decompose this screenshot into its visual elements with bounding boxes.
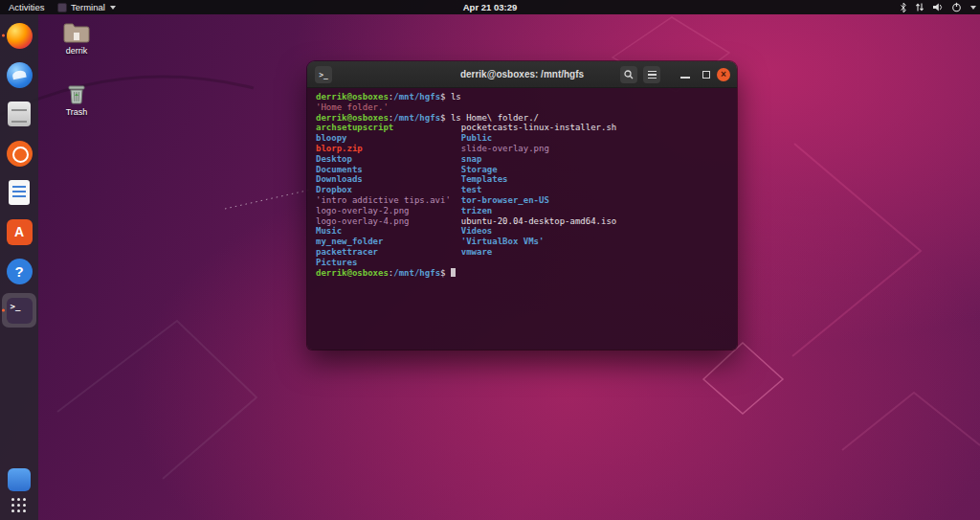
terminal-text: tor-browser_en-US (461, 195, 549, 205)
dock-item-thunderbird[interactable] (2, 57, 36, 92)
minimize-button[interactable] (680, 77, 690, 79)
terminal-text: $ (440, 268, 451, 278)
terminal-text: pocketcasts-linux-installer.sh (461, 123, 617, 132)
hamburger-icon (648, 71, 657, 72)
terminal-text: $ (440, 92, 451, 102)
grid-icon (11, 498, 27, 513)
terminal-text: snap (461, 154, 482, 164)
terminal-app-mini-icon (57, 3, 67, 12)
top-bar: Activities Terminal Apr 21 03:29 (0, 0, 980, 14)
terminal-line: derrik@osboxes:/mnt/hgfs$ ls Home\ folde… (316, 113, 737, 124)
power-icon (951, 2, 962, 12)
thunderbird-icon (7, 62, 33, 88)
terminal-text: Storage (461, 165, 498, 174)
terminal-cursor (451, 268, 456, 277)
folder-icon (48, 21, 105, 44)
app-menu[interactable]: Terminal (57, 0, 116, 14)
desktop-icon-trash[interactable]: Trash (48, 82, 105, 117)
terminal-tab-icon: >_ (319, 71, 328, 79)
show-applications-button[interactable] (2, 495, 36, 516)
terminal-text: /mnt/hgfs (393, 92, 440, 102)
system-tray[interactable] (900, 0, 976, 14)
terminal-line: Music Videos (316, 226, 737, 237)
ubuntu-software-icon: A (7, 219, 33, 245)
dock-item-firefox[interactable] (2, 18, 36, 53)
terminal-line: archsetupscript pocketcasts-linux-instal… (316, 123, 737, 133)
trash-icon (48, 82, 105, 105)
terminal-text: logo-overlay-4.png (316, 216, 461, 226)
terminal-line: bloopy Public (316, 133, 737, 144)
search-button[interactable] (620, 66, 637, 83)
window-title: derrik@osboxes: /mnt/hgfs (307, 61, 737, 88)
terminal-text: Music (316, 226, 461, 236)
terminal-text: Pictures (316, 258, 357, 267)
terminal-line: derrik@osboxes:/mnt/hgfs$ (316, 268, 737, 279)
dock-item-help[interactable]: ? (2, 254, 36, 288)
help-mark: ? (14, 263, 23, 280)
network-icon (915, 2, 924, 12)
terminal-text: my_new_folder (316, 237, 461, 246)
terminal-glyph: >_ (7, 298, 21, 311)
volume-icon (932, 2, 944, 12)
terminal-text: Downloads (316, 174, 461, 184)
running-indicator (2, 309, 5, 312)
dock-item-ubuntu-software[interactable]: A (2, 215, 36, 249)
desktop: Activities Terminal Apr 21 03:29 (0, 0, 980, 520)
activities-button[interactable]: Activities (0, 0, 53, 14)
terminal-line: packettracer vmware (316, 247, 737, 258)
terminal-text: test (461, 185, 482, 194)
terminal-text: /mnt/hgfs (393, 268, 440, 278)
files-icon (8, 102, 31, 126)
terminal-icon: >_ (7, 298, 33, 324)
clock[interactable]: Apr 21 03:29 (463, 0, 518, 14)
terminal-text: Public (461, 133, 493, 143)
terminal-line: blorp.zip slide-overlay.png (316, 144, 737, 154)
terminal-text: archsetupscript (316, 123, 461, 132)
terminal-line: derrik@osboxes:/mnt/hgfs$ ls (316, 92, 737, 102)
terminal-text: 'Home folder.' (316, 102, 389, 112)
terminal-text: $ (440, 113, 451, 123)
terminal-text: Videos (461, 226, 493, 236)
dock: A ? >_ (0, 14, 38, 520)
chevron-down-icon (970, 6, 976, 10)
terminal-line: Dropbox test (316, 185, 737, 195)
terminal-line: my_new_folder 'VirtualBox VMs' (316, 237, 737, 247)
app-menu-label: Terminal (71, 2, 105, 12)
menu-button[interactable] (643, 66, 660, 83)
help-icon: ? (7, 259, 33, 284)
desktop-icon-home-folder[interactable]: derrik (48, 21, 105, 56)
terminal-text: blorp.zip (316, 144, 461, 153)
terminal-text: derrik@osboxes (316, 92, 389, 102)
terminal-text: logo-overlay-2.png (316, 206, 461, 215)
terminal-line: Pictures (316, 258, 737, 268)
desktop-icon-label: Trash (48, 107, 105, 117)
libreoffice-writer-icon (9, 180, 30, 205)
maximize-button[interactable] (702, 71, 710, 79)
rhythmbox-icon (7, 141, 33, 167)
dock-item-files[interactable] (2, 97, 36, 131)
dock-item-blue-app[interactable] (2, 466, 36, 493)
dock-item-libreoffice-writer[interactable] (2, 175, 36, 210)
terminal-line: 'Home folder.' (316, 102, 737, 113)
bluetooth-icon (900, 2, 907, 13)
dock-item-terminal[interactable]: >_ (2, 293, 36, 328)
terminal-text: ls (451, 92, 461, 102)
terminal-text: packettracer (316, 247, 461, 257)
dock-item-rhythmbox[interactable] (2, 136, 36, 170)
close-button[interactable]: × (717, 68, 730, 81)
terminal-text: Dropbox (316, 185, 461, 194)
terminal-output[interactable]: derrik@osboxes:/mnt/hgfs$ ls'Home folder… (307, 88, 737, 350)
terminal-titlebar[interactable]: derrik@osboxes: /mnt/hgfs >_ × (307, 61, 737, 88)
terminal-text: bloopy (316, 133, 461, 143)
terminal-text: derrik@osboxes (316, 268, 389, 278)
terminal-line: Desktop snap (316, 154, 737, 165)
terminal-line: Downloads Templates (316, 174, 737, 185)
terminal-text: Templates (461, 174, 508, 184)
terminal-text: 'VirtualBox VMs' (461, 237, 545, 246)
terminal-text: /mnt/hgfs (393, 113, 440, 123)
blue-app-icon (8, 468, 31, 491)
software-letter: A (14, 224, 24, 239)
new-tab-button[interactable]: >_ (315, 66, 332, 83)
search-icon (623, 69, 635, 80)
chevron-down-icon (110, 6, 116, 10)
